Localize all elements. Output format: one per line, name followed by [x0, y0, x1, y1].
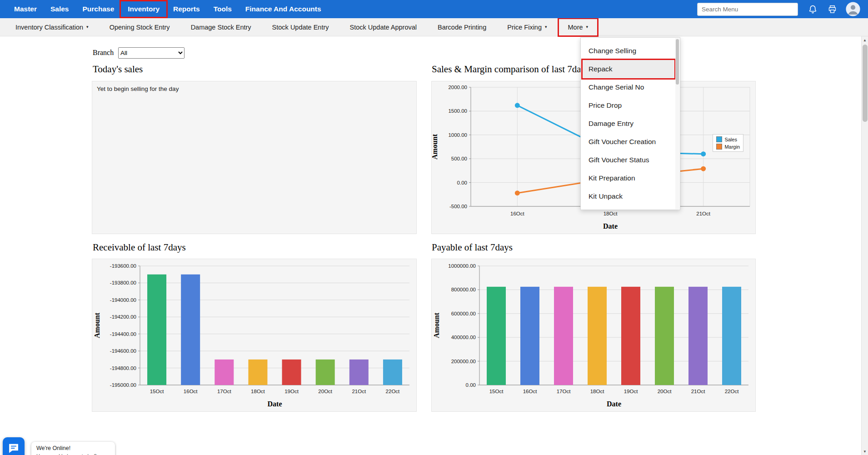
payable-chart: 1000000.00800000.00600000.00400000.00200…: [431, 259, 756, 412]
dropdown-scrollbar[interactable]: [675, 38, 679, 209]
bell-icon[interactable]: [808, 5, 818, 14]
menu-item-kit-preparation[interactable]: Kit Preparation: [583, 169, 674, 187]
sales-margin-title: Sales & Margin comparison of last 7days: [432, 64, 589, 75]
menu-item-change-serial-no[interactable]: Change Serial No: [583, 78, 674, 96]
topnav-item-purchase[interactable]: Purchase: [75, 1, 121, 17]
svg-text:-193800.00: -193800.00: [110, 280, 136, 285]
svg-text:200000.00: 200000.00: [451, 359, 476, 364]
svg-text:18Oct: 18Oct: [590, 389, 604, 394]
topnav-items: MasterSalesPurchaseInventoryReportsTools…: [7, 1, 328, 17]
svg-text:2000.00: 2000.00: [448, 85, 467, 90]
svg-text:22Oct: 22Oct: [386, 389, 400, 394]
menu-item-change-selling[interactable]: Change Selling: [583, 42, 674, 60]
chat-sub-text: How may I help you today?: [36, 453, 110, 455]
svg-text:16Oct: 16Oct: [523, 389, 537, 394]
subnav-item-stock-update-approval[interactable]: Stock Update Approval: [341, 19, 426, 35]
svg-text:Amount: Amount: [433, 312, 440, 338]
svg-text:18Oct: 18Oct: [251, 389, 265, 394]
today-sales-title: Today's sales: [93, 64, 143, 75]
subnav-item-label: Barcode Printing: [438, 24, 486, 31]
svg-text:-195000.00: -195000.00: [110, 382, 136, 388]
chat-widget-icon[interactable]: [3, 437, 25, 455]
subnav-item-inventory-classification[interactable]: Inventory Classification▾: [6, 19, 98, 35]
topnav-item-master[interactable]: Master: [7, 1, 44, 17]
svg-text:500.00: 500.00: [451, 156, 467, 161]
svg-text:0.00: 0.00: [466, 382, 476, 388]
svg-text:1500.00: 1500.00: [448, 108, 467, 114]
subnav-item-price-fixing[interactable]: Price Fixing▾: [498, 19, 556, 35]
svg-text:Date: Date: [603, 222, 618, 230]
legend-label: Sales: [724, 137, 737, 142]
subnav-item-label: Price Fixing: [507, 24, 542, 31]
subnav-item-stock-update-entry[interactable]: Stock Update Entry: [263, 19, 338, 35]
inventory-sub-navigation: Inventory Classification▾Opening Stock E…: [0, 18, 868, 36]
branch-select[interactable]: All: [118, 47, 185, 59]
subnav-item-label: More: [568, 24, 583, 31]
payable-title: Payable of last 7days: [432, 242, 513, 253]
legend-entry-margin: Margin: [716, 144, 740, 150]
subnav-item-barcode-printing[interactable]: Barcode Printing: [429, 19, 495, 35]
svg-text:21Oct: 21Oct: [352, 389, 366, 394]
svg-text:Date: Date: [268, 400, 282, 408]
receivable-chart: -193600.00-193800.00-194000.00-194200.00…: [92, 259, 417, 412]
legend-swatch-margin: [716, 144, 722, 150]
svg-text:21Oct: 21Oct: [696, 211, 710, 216]
chart-legend: SalesMargin: [713, 134, 743, 152]
svg-text:15Oct: 15Oct: [150, 389, 164, 394]
subnav-item-more[interactable]: More▾: [559, 19, 598, 35]
svg-text:Amount: Amount: [93, 312, 101, 338]
menu-item-gift-voucher-creation[interactable]: Gift Voucher Creation: [583, 133, 674, 151]
chat-status-text: We're Online!: [36, 445, 110, 451]
topnav-item-finance-and-accounts[interactable]: Finance And Accounts: [239, 1, 328, 17]
receivable-chart-svg: -193600.00-193800.00-194000.00-194200.00…: [92, 259, 416, 411]
legend-entry-sales: Sales: [716, 136, 740, 142]
legend-swatch-sales: [716, 136, 722, 142]
menu-item-kit-unpack[interactable]: Kit Unpack: [583, 187, 674, 205]
dropdown-scrollbar-thumb[interactable]: [676, 39, 679, 85]
svg-text:22Oct: 22Oct: [725, 389, 739, 394]
menu-item-damage-entry[interactable]: Damage Entry: [583, 115, 674, 133]
subnav-item-label: Damage Stock Entry: [191, 24, 251, 31]
subnav-item-damage-stock-entry[interactable]: Damage Stock Entry: [182, 19, 260, 35]
svg-text:17Oct: 17Oct: [217, 389, 231, 394]
user-avatar-icon[interactable]: [845, 1, 861, 17]
chevron-down-icon: ▾: [586, 25, 589, 29]
subnav-item-opening-stock-entry[interactable]: Opening Stock Entry: [100, 19, 179, 35]
legend-label: Margin: [724, 144, 740, 150]
svg-text:-194800.00: -194800.00: [110, 365, 136, 371]
topnav-item-reports[interactable]: Reports: [166, 1, 207, 17]
svg-text:15Oct: 15Oct: [489, 389, 504, 394]
svg-text:20Oct: 20Oct: [658, 389, 672, 394]
top-navigation-bar: MasterSalesPurchaseInventoryReportsTools…: [0, 0, 868, 18]
no-sales-message: Yet to begin selling for the day: [92, 81, 416, 96]
svg-text:Date: Date: [607, 400, 621, 408]
topnav-item-tools[interactable]: Tools: [207, 1, 239, 17]
menu-item-gift-voucher-status[interactable]: Gift Voucher Status: [583, 151, 674, 169]
svg-text:16Oct: 16Oct: [510, 211, 524, 216]
svg-text:-500.00: -500.00: [449, 204, 467, 209]
page-scrollbar[interactable]: ▲ ▼: [861, 36, 868, 455]
subnav-item-label: Opening Stock Entry: [110, 24, 170, 31]
svg-text:1000.00: 1000.00: [448, 132, 467, 138]
svg-text:800000.00: 800000.00: [451, 287, 476, 292]
svg-text:18Oct: 18Oct: [604, 211, 618, 216]
menu-item-repack[interactable]: Repack: [583, 60, 674, 78]
payable-chart-svg: 1000000.00800000.00600000.00400000.00200…: [432, 259, 755, 411]
branch-label: Branch: [93, 49, 114, 57]
topnav-item-sales[interactable]: Sales: [44, 1, 76, 17]
svg-text:21Oct: 21Oct: [691, 389, 705, 394]
svg-text:-194000.00: -194000.00: [110, 297, 136, 303]
svg-text:16Oct: 16Oct: [184, 389, 198, 394]
svg-text:19Oct: 19Oct: [624, 389, 638, 394]
topnav-item-inventory[interactable]: Inventory: [121, 1, 166, 17]
svg-text:17Oct: 17Oct: [557, 389, 571, 394]
scrollbar-up-arrow[interactable]: ▲: [862, 36, 868, 44]
scrollbar-thumb[interactable]: [863, 45, 868, 122]
chat-status-bubble[interactable]: We're Online! How may I help you today?: [31, 442, 115, 455]
search-input[interactable]: [697, 3, 798, 16]
menu-item-price-drop[interactable]: Price Drop: [583, 96, 674, 115]
scrollbar-down-arrow[interactable]: ▼: [862, 448, 868, 455]
svg-text:Amount: Amount: [432, 134, 439, 160]
receivable-title: Receivable of last 7days: [93, 242, 186, 253]
printer-icon[interactable]: [828, 5, 837, 14]
